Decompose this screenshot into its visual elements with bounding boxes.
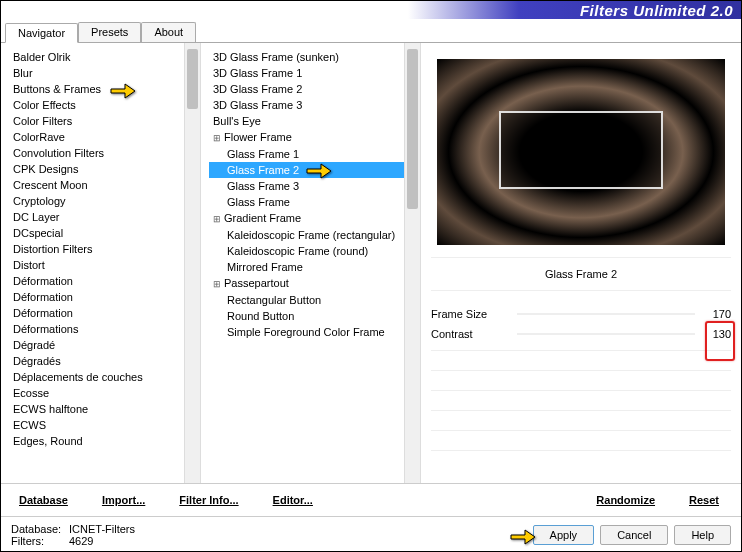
- filter-item[interactable]: Passepartout: [209, 275, 404, 292]
- filter-item[interactable]: Round Button: [209, 308, 404, 324]
- category-item[interactable]: DCspecial: [9, 225, 184, 241]
- scrollbar-thumb[interactable]: [407, 49, 418, 209]
- filter-scrollbar[interactable]: [404, 43, 420, 483]
- slider-track[interactable]: [517, 333, 695, 335]
- category-scrollbar[interactable]: [184, 43, 200, 483]
- category-item[interactable]: Convolution Filters: [9, 145, 184, 161]
- filter-item[interactable]: 3D Glass Frame 1: [209, 65, 404, 81]
- slider-contrast: Contrast 130: [431, 324, 731, 344]
- link-bar: Database Import... Filter Info... Editor…: [1, 483, 741, 516]
- help-button[interactable]: Help: [674, 525, 731, 545]
- filter-item[interactable]: Glass Frame 2: [209, 162, 404, 178]
- category-item[interactable]: Balder Olrik: [9, 49, 184, 65]
- footer-info: Database: ICNET-Filters Filters: 4629: [11, 523, 311, 547]
- app-title: Filters Unlimited 2.0: [580, 2, 733, 19]
- category-item[interactable]: Distort: [9, 257, 184, 273]
- slider-value: 170: [701, 308, 731, 320]
- filter-item[interactable]: Kaleidoscopic Frame (round): [209, 243, 404, 259]
- main-area: Balder OlrikBlurButtons & FramesColor Ef…: [1, 43, 741, 483]
- filter-item[interactable]: Glass Frame: [209, 194, 404, 210]
- filter-info-button[interactable]: Filter Info...: [171, 490, 246, 510]
- footer-buttons: Apply Cancel Help: [533, 525, 731, 545]
- category-item[interactable]: Color Effects: [9, 97, 184, 113]
- filter-item[interactable]: Gradient Frame: [209, 210, 404, 227]
- tab-bar: Navigator Presets About: [1, 19, 741, 43]
- highlight-box-icon: [705, 321, 735, 361]
- filters-label: Filters:: [11, 535, 69, 547]
- slider-label: Frame Size: [431, 308, 511, 320]
- category-item[interactable]: Dégradé: [9, 337, 184, 353]
- scrollbar-thumb[interactable]: [187, 49, 198, 109]
- category-item[interactable]: ColorRave: [9, 129, 184, 145]
- reset-button[interactable]: Reset: [681, 490, 727, 510]
- category-item[interactable]: Crescent Moon: [9, 177, 184, 193]
- apply-button[interactable]: Apply: [533, 525, 595, 545]
- category-item[interactable]: Blur: [9, 65, 184, 81]
- filter-column: 3D Glass Frame (sunken)3D Glass Frame 13…: [201, 43, 421, 483]
- cancel-button[interactable]: Cancel: [600, 525, 668, 545]
- filter-list[interactable]: 3D Glass Frame (sunken)3D Glass Frame 13…: [201, 43, 404, 483]
- filter-item[interactable]: 3D Glass Frame 3: [209, 97, 404, 113]
- category-item[interactable]: Buttons & Frames: [9, 81, 184, 97]
- category-item[interactable]: CPK Designs: [9, 161, 184, 177]
- filter-item[interactable]: Kaleidoscopic Frame (rectangular): [209, 227, 404, 243]
- category-item[interactable]: Dégradés: [9, 353, 184, 369]
- category-item[interactable]: Edges, Round: [9, 433, 184, 449]
- filter-item[interactable]: Flower Frame: [209, 129, 404, 146]
- category-list[interactable]: Balder OlrikBlurButtons & FramesColor Ef…: [1, 43, 184, 483]
- database-button[interactable]: Database: [11, 490, 76, 510]
- category-item[interactable]: Déformation: [9, 305, 184, 321]
- preview-image: [437, 59, 725, 245]
- tab-presets[interactable]: Presets: [78, 22, 141, 42]
- preview-column: Glass Frame 2 Frame Size 170 Contrast 13…: [421, 43, 741, 483]
- filter-item[interactable]: Rectangular Button: [209, 292, 404, 308]
- editor-button[interactable]: Editor...: [265, 490, 321, 510]
- randomize-button[interactable]: Randomize: [588, 490, 663, 510]
- category-item[interactable]: Ecosse: [9, 385, 184, 401]
- slider-track[interactable]: [517, 313, 695, 315]
- filter-item[interactable]: 3D Glass Frame (sunken): [209, 49, 404, 65]
- tab-about[interactable]: About: [141, 22, 196, 42]
- db-value: ICNET-Filters: [69, 523, 135, 535]
- category-item[interactable]: DC Layer: [9, 209, 184, 225]
- category-item[interactable]: ECWS halftone: [9, 401, 184, 417]
- category-item[interactable]: Cryptology: [9, 193, 184, 209]
- filter-item[interactable]: Glass Frame 3: [209, 178, 404, 194]
- filter-item[interactable]: Bull's Eye: [209, 113, 404, 129]
- filter-item[interactable]: Glass Frame 1: [209, 146, 404, 162]
- category-item[interactable]: Color Filters: [9, 113, 184, 129]
- titlebar: Filters Unlimited 2.0: [1, 1, 741, 19]
- footer: Database: ICNET-Filters Filters: 4629 Ap…: [1, 516, 741, 551]
- category-item[interactable]: Distortion Filters: [9, 241, 184, 257]
- category-item[interactable]: Déplacements de couches: [9, 369, 184, 385]
- category-item[interactable]: Déformations: [9, 321, 184, 337]
- slider-label: Contrast: [431, 328, 511, 340]
- slider-frame-size: Frame Size 170: [431, 304, 731, 324]
- category-item[interactable]: Déformation: [9, 273, 184, 289]
- filters-value: 4629: [69, 535, 93, 547]
- tab-navigator[interactable]: Navigator: [5, 23, 78, 43]
- filter-item[interactable]: Simple Foreground Color Frame: [209, 324, 404, 340]
- db-label: Database:: [11, 523, 69, 535]
- category-item[interactable]: ECWS: [9, 417, 184, 433]
- category-column: Balder OlrikBlurButtons & FramesColor Ef…: [1, 43, 201, 483]
- category-item[interactable]: Déformation: [9, 289, 184, 305]
- filter-item[interactable]: Mirrored Frame: [209, 259, 404, 275]
- filter-item[interactable]: 3D Glass Frame 2: [209, 81, 404, 97]
- filter-name-label: Glass Frame 2: [431, 257, 731, 284]
- import-button[interactable]: Import...: [94, 490, 153, 510]
